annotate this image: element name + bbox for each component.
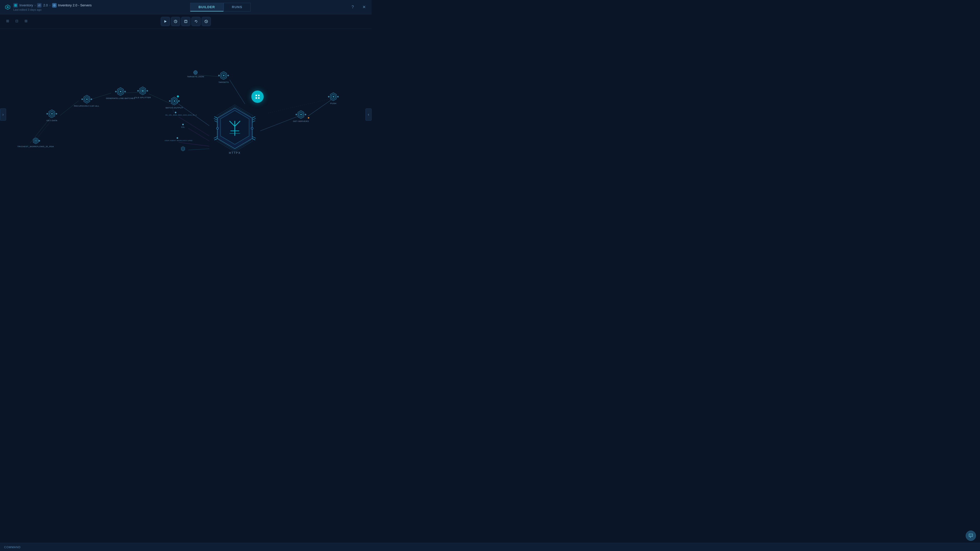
breadcrumb: Inventory › 2.0 › Inventory 2.0 - Server… [13,3,92,8]
connector-left [115,91,117,92]
node-targets[interactable]: ✦ TARGETS [218,71,229,83]
node-get-servers[interactable]: ✦ GET-SERVERS [293,110,309,122]
svg-text:✦: ✦ [119,90,122,93]
svg-marker-13 [195,21,196,22]
node-get-data[interactable]: ✦ GET-DATA [46,109,57,122]
undo-button[interactable] [191,17,200,26]
node-label: GET-SERVERS [293,120,309,122]
node-re-url[interactable]: RE_URL_8080_5000_3000_8443_80_8 [165,112,186,116]
connector-right [146,90,148,92]
connector-right [305,114,306,115]
node-generate-line-batches[interactable]: ✦ GENERATE-LINE-BATCHES [106,87,135,100]
svg-point-78 [251,127,253,129]
node-label-ssl: SSL [181,126,185,128]
connector-left [137,90,139,92]
svg-rect-79 [256,95,257,96]
breadcrumb-arrow-1: › [35,3,35,7]
connector-right [178,100,180,102]
node-batch-output[interactable]: ✦ BATCH-OUTPUT [165,97,183,109]
node-trickest[interactable]: ✦ TRICKEST_WORKFLOWS_ID_RSA [18,137,54,148]
breadcrumb-item-inventory[interactable]: Inventory [13,3,33,8]
httpx-hex-container [209,103,260,154]
tab-runs[interactable]: RUNS [224,3,251,11]
node-label: TARGETS.JSON [187,76,204,78]
node-label: GENERATE-LINE-BATCHES [106,97,135,100]
svg-line-29 [188,149,209,150]
left-panel-toggle[interactable]: › [0,108,6,121]
canvas-controls: ⊞ ⊡ ⊞ [4,17,30,24]
node-user-agent[interactable]: USER-AGENT: MOZILLA/5.0 (IPAD [165,137,190,141]
svg-rect-80 [258,95,259,96]
svg-rect-81 [256,97,257,99]
svg-line-27 [188,128,209,141]
arrange-button[interactable]: ⊞ [22,17,30,24]
node-targets-json[interactable]: TARGETS.JSON [187,70,204,78]
svg-rect-3 [14,4,17,6]
right-panel-toggle[interactable]: ‹ [366,108,372,121]
connector-left [169,100,170,102]
inventory-icon [13,3,18,8]
folder-icon [37,3,41,8]
svg-rect-11 [185,20,186,21]
fit-view-button[interactable]: ⊞ [4,17,11,24]
breadcrumb-arrow-2: › [49,3,51,7]
tabs: BUILDER RUNS [190,3,251,11]
connector-left [296,114,297,115]
node-label: TARGETS [218,81,229,83]
node-label: FILE-SPLITTER [135,97,151,99]
connector-left [328,96,329,97]
add-node-button[interactable] [251,91,264,103]
header: Inventory › 2.0 › Inventory 2.0 - Server… [0,0,372,14]
connector-left [218,75,220,76]
breadcrumb-label-workflow: Inventory 2.0 - Servers [58,3,92,7]
node-label: BATCH-OUTPUT [165,106,183,109]
node-label-user-agent: USER-AGENT: MOZILLA/5.0 (IPAD [165,140,190,141]
connector [38,140,40,141]
svg-rect-12 [185,22,186,22]
svg-point-77 [216,127,218,129]
svg-text:✦: ✦ [51,112,53,115]
svg-line-28 [179,142,209,146]
svg-text:✦: ✦ [332,95,334,98]
svg-text:✦: ✦ [173,100,176,103]
connector-right [228,75,229,76]
breadcrumb-item-workflow[interactable]: Inventory 2.0 - Servers [52,3,92,8]
schedule-button[interactable] [171,17,180,26]
close-button[interactable]: ✕ [360,3,368,11]
svg-rect-82 [258,97,259,99]
workflow-icon [52,3,57,8]
svg-line-9 [176,21,177,22]
last-edited-label: Last edited 3 days ago [13,8,92,11]
breadcrumb-item-20[interactable]: 2.0 [37,3,48,8]
connector-left [81,98,83,100]
save-button[interactable] [181,17,190,26]
node-dot[interactable] [180,146,186,151]
zoom-out-button[interactable]: ⊡ [13,17,21,24]
connector-right [56,113,57,114]
header-title-block: Inventory › 2.0 › Inventory 2.0 - Server… [13,3,92,11]
node-label: PUSH [330,102,336,105]
node-push[interactable]: ✦ PUSH [329,92,338,105]
connector-right [124,91,126,92]
tab-builder[interactable]: BUILDER [190,3,224,11]
svg-text:✦: ✦ [300,113,302,116]
header-right: ? ✕ [349,3,368,11]
node-recursively-cat-all[interactable]: ✦ RECURSIVELY-CAT-ALL [74,95,99,107]
run-button[interactable] [161,17,170,26]
node-label-re-url: RE_URL_8080_5000_3000_8443_80_8 [165,114,186,116]
node-label-get-data: GET-DATA [46,119,57,122]
breadcrumb-label-inventory: Inventory [19,3,33,7]
history-button[interactable] [202,17,211,26]
canvas[interactable]: › ‹ [0,29,372,200]
node-ssl[interactable]: SSL [181,124,185,128]
svg-point-5 [54,5,55,6]
logo[interactable] [4,3,11,11]
help-button[interactable]: ? [349,3,356,11]
node-label: RECURSIVELY-CAT-ALL [74,105,99,107]
svg-text:✦: ✦ [35,140,37,142]
node-file-splitter[interactable]: ⊕ FILE-SPLITTER [135,86,151,99]
node-httpx-central[interactable]: HTTPX [209,103,260,159]
connector-right [91,98,92,100]
warning-dot [308,117,309,119]
connector-right [337,96,339,97]
